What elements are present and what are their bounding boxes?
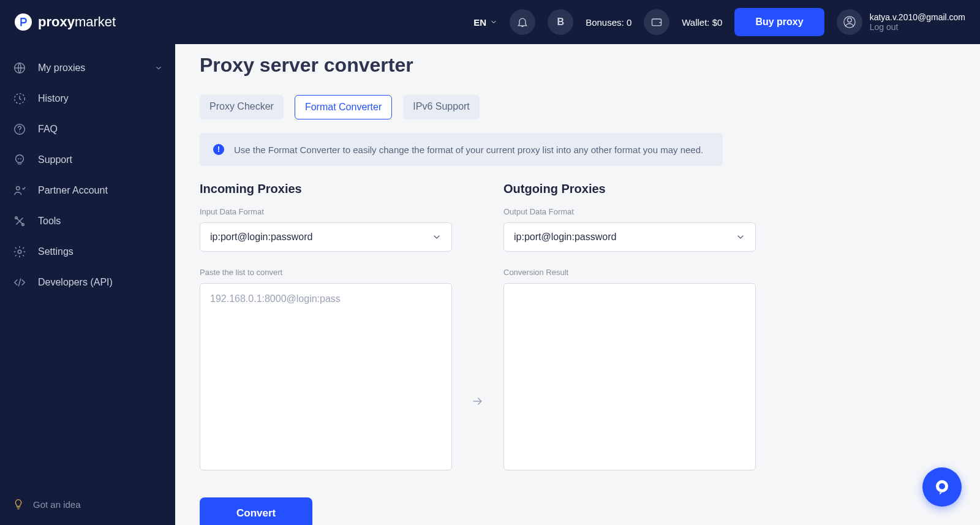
outgoing-column: Outgoing Proxies Output Data Format ip:p…: [503, 182, 756, 473]
svg-point-7: [18, 158, 19, 159]
proxy-output-textarea[interactable]: [503, 283, 756, 470]
sidebar-item-partner[interactable]: Partner Account: [6, 175, 169, 206]
partner-icon: [12, 184, 27, 197]
sidebar: My proxies History FAQ Support: [0, 44, 175, 525]
code-icon: [12, 276, 27, 289]
sidebar-item-faq[interactable]: FAQ: [6, 114, 169, 145]
incoming-column: Incoming Proxies Input Data Format ip:po…: [200, 182, 452, 473]
sidebar-item-my-proxies[interactable]: My proxies: [6, 53, 169, 83]
svg-point-14: [939, 483, 945, 489]
chevron-down-icon: [490, 18, 497, 26]
idea-label: Got an idea: [33, 499, 81, 510]
chevron-down-icon: [736, 232, 745, 242]
info-message: Use the Format Converter to easily chang…: [234, 145, 703, 155]
history-icon: [12, 92, 27, 105]
wallet-icon: [650, 16, 663, 28]
language-select[interactable]: EN: [473, 17, 497, 28]
buy-proxy-button[interactable]: Buy proxy: [734, 8, 824, 36]
sidebar-item-label: History: [38, 93, 69, 104]
sidebar-item-label: Tools: [38, 216, 61, 227]
logo[interactable]: proxymarket: [15, 13, 116, 31]
main-content: Proxy server converter Proxy Checker For…: [175, 44, 980, 525]
tab-format-converter[interactable]: Format Converter: [295, 95, 392, 119]
language-label: EN: [473, 17, 486, 28]
incoming-title: Incoming Proxies: [200, 182, 452, 196]
convert-button[interactable]: Convert: [200, 497, 312, 525]
sidebar-item-label: Partner Account: [38, 185, 108, 196]
arrow-right-icon: [472, 395, 484, 407]
notifications-button[interactable]: [510, 9, 535, 35]
support-icon: [12, 153, 27, 167]
bell-icon: [516, 16, 529, 28]
sidebar-item-label: Developers (API): [38, 277, 113, 288]
proxy-input-textarea[interactable]: [200, 283, 452, 470]
svg-point-9: [17, 187, 20, 191]
output-format-select[interactable]: ip:port@login:password: [503, 222, 756, 252]
user-avatar-icon: [837, 9, 862, 35]
bonus-letter-icon: B: [557, 17, 564, 28]
sidebar-item-label: Support: [38, 154, 72, 165]
bonuses-label: Bonuses: 0: [586, 17, 631, 28]
sidebar-item-settings[interactable]: Settings: [6, 236, 169, 267]
sidebar-item-label: Settings: [38, 246, 74, 257]
tool-tabs: Proxy Checker Format Converter IPv6 Supp…: [200, 95, 956, 119]
svg-point-12: [18, 250, 21, 254]
svg-point-8: [20, 158, 21, 159]
input-format-label: Input Data Format: [200, 207, 452, 216]
chat-icon: [933, 478, 951, 496]
sidebar-item-history[interactable]: History: [6, 83, 169, 114]
sidebar-item-tools[interactable]: Tools: [6, 206, 169, 236]
user-email: katya.v.2010@gmail.com: [870, 12, 965, 22]
chat-fab-button[interactable]: [922, 467, 962, 507]
sidebar-item-label: FAQ: [38, 124, 58, 135]
got-an-idea-link[interactable]: Got an idea: [6, 492, 169, 516]
logo-mark-icon: [15, 13, 32, 31]
info-icon: !: [213, 144, 224, 155]
info-banner: ! Use the Format Converter to easily cha…: [200, 133, 723, 166]
wallet-icon-button[interactable]: [644, 9, 669, 35]
output-format-label: Output Data Format: [503, 207, 756, 216]
bonuses-icon-button[interactable]: B: [548, 9, 573, 35]
sidebar-item-developers[interactable]: Developers (API): [6, 267, 169, 298]
result-label: Conversion Result: [503, 268, 756, 277]
gear-icon: [12, 245, 27, 259]
chevron-down-icon: [154, 64, 163, 72]
svg-point-1: [847, 18, 851, 22]
input-format-select[interactable]: ip:port@login:password: [200, 222, 452, 252]
user-menu[interactable]: katya.v.2010@gmail.com Log out: [837, 9, 965, 35]
sidebar-item-label: My proxies: [38, 62, 85, 74]
output-format-value: ip:port@login:password: [514, 232, 616, 243]
wallet-label: Wallet: $0: [682, 17, 722, 28]
logo-text: proxymarket: [38, 14, 116, 30]
help-icon: [12, 123, 27, 136]
lightbulb-icon: [12, 498, 24, 510]
tools-icon: [12, 214, 27, 228]
paste-list-label: Paste the list to convert: [200, 268, 452, 277]
tab-proxy-checker[interactable]: Proxy Checker: [200, 95, 284, 119]
tab-ipv6-support[interactable]: IPv6 Support: [403, 95, 480, 119]
chevron-down-icon: [432, 232, 442, 242]
outgoing-title: Outgoing Proxies: [503, 182, 756, 196]
globe-icon: [12, 61, 27, 75]
sidebar-item-support[interactable]: Support: [6, 145, 169, 175]
app-header: proxymarket EN B Bonuses: 0 Wallet:: [0, 0, 980, 44]
input-format-value: ip:port@login:password: [210, 232, 312, 243]
svg-point-6: [16, 155, 24, 163]
page-title: Proxy server converter: [200, 54, 956, 77]
logout-link[interactable]: Log out: [870, 22, 965, 32]
